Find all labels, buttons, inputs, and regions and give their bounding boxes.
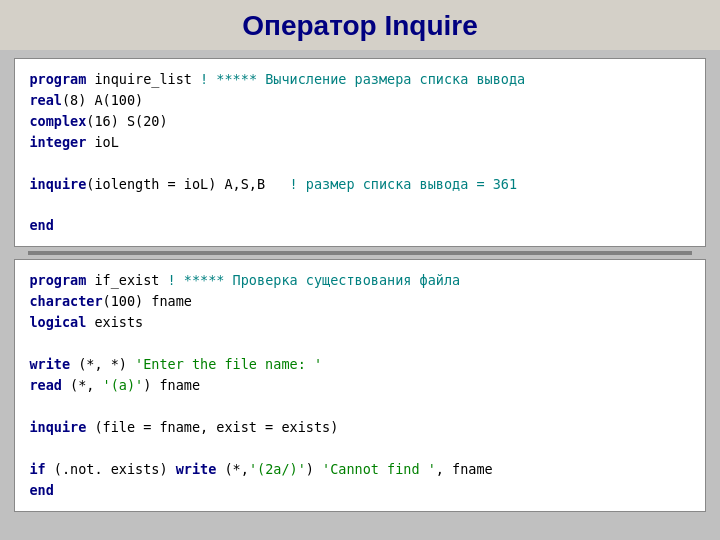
divider xyxy=(28,251,692,255)
code-block-2: program if_exist ! ***** Проверка сущест… xyxy=(14,259,705,511)
content-area: program inquire_list ! ***** Вычисление … xyxy=(14,58,705,512)
code-pre-2: program if_exist ! ***** Проверка сущест… xyxy=(29,270,690,500)
title-bar: Оператор Inquire xyxy=(0,0,720,50)
code-pre-1: program inquire_list ! ***** Вычисление … xyxy=(29,69,690,236)
page-title: Оператор Inquire xyxy=(242,10,478,41)
code-block-1: program inquire_list ! ***** Вычисление … xyxy=(14,58,705,247)
